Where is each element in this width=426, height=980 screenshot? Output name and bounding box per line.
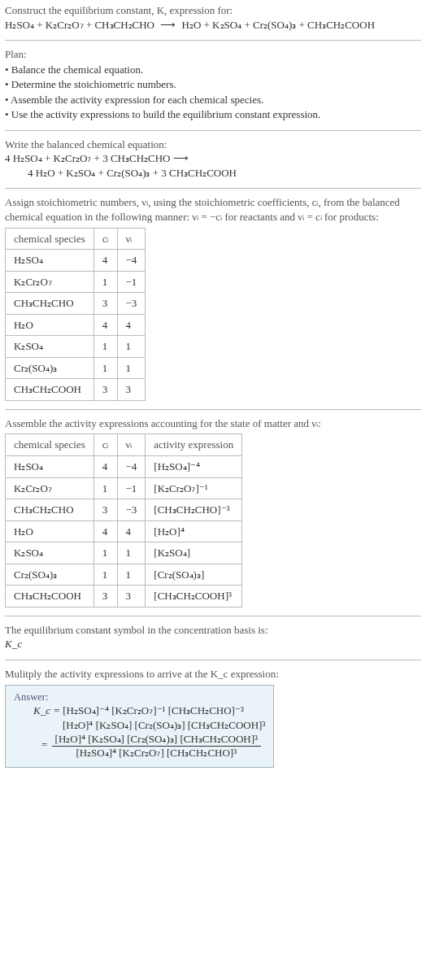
cell-vi: 1	[117, 357, 146, 379]
kc-symbol-line1: The equilibrium constant symbol in the c…	[5, 623, 421, 638]
col-vi: νᵢ	[117, 434, 146, 456]
cell-vi: −3	[117, 499, 146, 521]
activity-table: chemical species cᵢ νᵢ activity expressi…	[5, 433, 242, 607]
prompt-line: Construct the equilibrium constant, K, e…	[5, 3, 421, 18]
fraction-numerator: [H₂O]⁴ [K₂SO₄] [Cr₂(SO₄)₃] [CH₃CH₂COOH]³	[52, 734, 261, 746]
cell-species: K₂SO₄	[6, 336, 94, 358]
table-row: H₂SO₄4−4[H₂SO₄]⁻⁴	[6, 456, 242, 478]
answer-expr-line2: [H₂O]⁴ [K₂SO₄] [Cr₂(SO₄)₃] [CH₃CH₂COOH]³	[63, 718, 265, 733]
table-row: Cr₂(SO₄)₃11	[6, 357, 146, 379]
plan-label: Plan:	[5, 47, 421, 62]
cell-vi: −1	[117, 271, 146, 293]
cell-ci: 1	[93, 271, 117, 293]
answer-fraction-row: = [H₂O]⁴ [K₂SO₄] [Cr₂(SO₄)₃] [CH₃CH₂COOH…	[41, 732, 265, 760]
cell-activity: [CH₃CH₂CHO]⁻³	[146, 499, 242, 521]
table-row: CH₃CH₂COOH33[CH₃CH₂COOH]³	[6, 586, 242, 608]
cell-species: H₂SO₄	[6, 456, 94, 478]
col-activity: activity expression	[146, 434, 242, 456]
plan-item: • Use the activity expressions to build …	[5, 107, 421, 122]
cell-ci: 1	[93, 477, 117, 499]
cell-vi: −3	[117, 293, 146, 315]
divider	[5, 660, 421, 660]
cell-ci: 4	[93, 314, 117, 336]
cell-ci: 3	[93, 379, 117, 401]
cell-activity: [CH₃CH₂COOH]³	[146, 586, 242, 608]
divider	[5, 40, 421, 41]
table-row: CH₃CH₂COOH33	[6, 379, 146, 401]
answer-box: Answer: K_c = [H₂SO₄]⁻⁴ [K₂Cr₂O₇]⁻¹ [CH₃…	[5, 685, 274, 768]
cell-vi: −4	[117, 250, 146, 272]
cell-ci: 3	[93, 293, 117, 315]
table-header-row: chemical species cᵢ νᵢ activity expressi…	[6, 434, 242, 456]
plan-item: • Balance the chemical equation.	[5, 63, 421, 77]
multiply-line: Mulitply the activity expressions to arr…	[5, 667, 421, 682]
kc-symbol-text: K_c	[5, 638, 22, 650]
cell-species: Cr₂(SO₄)₃	[6, 357, 94, 379]
plan-item: • Determine the stoichiometric numbers.	[5, 77, 421, 92]
cell-species: H₂O	[6, 314, 94, 336]
cell-ci: 4	[93, 250, 117, 272]
cell-vi: 4	[117, 314, 146, 336]
cell-ci: 4	[93, 456, 117, 478]
cell-activity: [H₂SO₄]⁻⁴	[146, 456, 242, 478]
reaction-arrow-icon: ⟶	[157, 19, 179, 31]
table-row: K₂Cr₂O₇1−1	[6, 271, 146, 293]
balanced-label: Write the balanced chemical equation:	[5, 137, 421, 152]
cell-activity: [K₂Cr₂O₇]⁻¹	[146, 477, 242, 499]
table-row: H₂SO₄4−4	[6, 250, 146, 272]
cell-ci: 3	[93, 586, 117, 608]
stoich-table: chemical species cᵢ νᵢ H₂SO₄4−4 K₂Cr₂O₇1…	[5, 228, 146, 401]
equals-sign: =	[41, 739, 47, 751]
cell-species: CH₃CH₂COOH	[6, 379, 94, 401]
col-species: chemical species	[6, 228, 94, 250]
table-row: CH₃CH₂CHO3−3[CH₃CH₂CHO]⁻³	[6, 499, 242, 521]
cell-vi: 1	[117, 564, 146, 586]
table-row: K₂SO₄11	[6, 336, 146, 358]
cell-vi: 3	[117, 586, 146, 608]
divider	[5, 409, 421, 410]
col-ci: cᵢ	[93, 434, 117, 456]
table-row: H₂O44	[6, 314, 146, 336]
cell-activity: [Cr₂(SO₄)₃]	[146, 564, 242, 586]
col-species: chemical species	[6, 434, 94, 456]
table-row: K₂SO₄11[K₂SO₄]	[6, 542, 242, 564]
cell-ci: 1	[93, 357, 117, 379]
answer-fraction: [H₂O]⁴ [K₂SO₄] [Cr₂(SO₄)₃] [CH₃CH₂COOH]³…	[52, 734, 261, 758]
cell-vi: 4	[117, 520, 146, 542]
cell-species: CH₃CH₂CHO	[6, 293, 94, 315]
cell-vi: 3	[117, 379, 146, 401]
cell-species: H₂SO₄	[6, 250, 94, 272]
cell-ci: 1	[93, 564, 117, 586]
unbalanced-equation: H₂SO₄ + K₂Cr₂O₇ + CH₃CH₂CHO ⟶ H₂O + K₂SO…	[5, 18, 421, 33]
kc-prefix: K_c =	[33, 704, 60, 716]
table-row: H₂O44[H₂O]⁴	[6, 520, 242, 542]
cell-species: Cr₂(SO₄)₃	[6, 564, 94, 586]
cell-species: K₂Cr₂O₇	[6, 477, 94, 499]
cell-species: K₂Cr₂O₇	[6, 271, 94, 293]
table-row: Cr₂(SO₄)₃11[Cr₂(SO₄)₃]	[6, 564, 242, 586]
cell-activity: [K₂SO₄]	[146, 542, 242, 564]
kc-symbol-line2: K_c	[5, 637, 421, 651]
cell-vi: 1	[117, 336, 146, 358]
table-row: K₂Cr₂O₇1−1[K₂Cr₂O₇]⁻¹	[6, 477, 242, 499]
divider	[5, 616, 421, 616]
col-vi: νᵢ	[117, 228, 146, 250]
divider	[5, 188, 421, 189]
cell-species: CH₃CH₂CHO	[6, 499, 94, 521]
eq-left: H₂SO₄ + K₂Cr₂O₇ + CH₃CH₂CHO	[5, 19, 154, 31]
activity-intro: Assemble the activity expressions accoun…	[5, 416, 421, 431]
cell-vi: −1	[117, 477, 146, 499]
plan-item: • Assemble the activity expression for e…	[5, 93, 421, 107]
cell-vi: −4	[117, 456, 146, 478]
divider	[5, 130, 421, 131]
cell-ci: 1	[93, 542, 117, 564]
cell-species: K₂SO₄	[6, 542, 94, 564]
cell-vi: 1	[117, 542, 146, 564]
table-header-row: chemical species cᵢ νᵢ	[6, 228, 146, 250]
cell-activity: [H₂O]⁴	[146, 520, 242, 542]
cell-species: H₂O	[6, 520, 94, 542]
balanced-equation-line2: 4 H₂O + K₂SO₄ + Cr₂(SO₄)₃ + 3 CH₃CH₂COOH	[28, 166, 421, 181]
answer-label: Answer:	[14, 690, 265, 704]
fraction-denominator: [H₂SO₄]⁴ [K₂Cr₂O₇] [CH₃CH₂CHO]³	[52, 746, 261, 759]
balanced-equation-line1: 4 H₂SO₄ + K₂Cr₂O₇ + 3 CH₃CH₂CHO ⟶	[5, 151, 421, 166]
